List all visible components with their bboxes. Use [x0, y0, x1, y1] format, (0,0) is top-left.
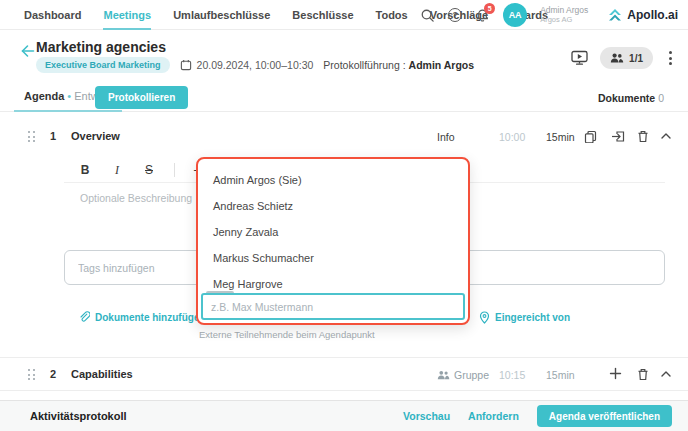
collapse-chevron-icon[interactable] [661, 133, 671, 139]
user-info[interactable]: Admin Argos Argos AG [540, 6, 588, 24]
nav-item-umlaufbeschluesse[interactable]: Umlaufbeschlüsse [173, 0, 270, 30]
meeting-meta: Executive Board Marketing 20.09.2024, 10… [36, 57, 474, 73]
meeting-datetime: 20.09.2024, 10:00–10:30 [180, 59, 314, 71]
item-number: 2 [50, 368, 56, 380]
notifications-bell-icon[interactable]: 5 [475, 8, 490, 23]
nav-item-todos[interactable]: Todos [376, 0, 408, 30]
collapse-chevron-icon[interactable] [661, 371, 671, 377]
protocol-name: Admin Argos [409, 59, 475, 71]
add-icon[interactable] [609, 367, 622, 380]
search-icon[interactable] [420, 8, 435, 23]
strikethrough-icon[interactable]: S [142, 163, 156, 177]
item-type[interactable]: Info [437, 131, 455, 143]
submitted-by-label: Eingereicht von [495, 312, 570, 323]
external-participant-input[interactable] [201, 293, 465, 320]
duplicate-icon[interactable] [584, 130, 597, 143]
documents-label: Dokumente [598, 92, 655, 104]
user-organization: Argos AG [540, 16, 588, 25]
footer-actions: Vorschau Anfordern Agenda veröffentliche… [403, 405, 672, 427]
participants-count: 1/1 [629, 53, 643, 64]
people-icon [610, 53, 624, 63]
agenda-item-1: 1 Overview Info 10:00 15min [0, 120, 688, 154]
external-participants-hint: Externe Teilnehmende beim Agendapunkt [199, 329, 375, 340]
topbar-actions: ? 5 AA Admin Argos Argos AG Apollo.ai [420, 0, 678, 30]
help-icon[interactable]: ? [448, 8, 462, 22]
item-duration[interactable]: 15min [546, 131, 575, 143]
item-title[interactable]: Overview [71, 130, 120, 142]
drag-handle-icon[interactable] [28, 369, 35, 380]
dropdown-option[interactable]: Markus Schumacher [198, 245, 468, 271]
paperclip-icon [78, 311, 90, 323]
tabs-row: Agenda•Entwurf Protokollieren Dokumente0 [0, 82, 688, 112]
toolbar-divider [174, 163, 175, 177]
tab-agenda-bullet: • [67, 90, 71, 102]
item-duration[interactable]: 15min [546, 369, 575, 381]
submitted-by-link[interactable]: Eingereicht von [479, 311, 570, 324]
header-actions: 1/1 [571, 47, 676, 69]
more-options-kebab-icon[interactable] [665, 49, 676, 67]
item-type-label: Gruppe [454, 369, 489, 381]
drag-handle-icon[interactable] [28, 131, 35, 142]
dropdown-option[interactable]: Andreas Schietz [198, 193, 468, 219]
italic-icon[interactable]: I [110, 163, 124, 178]
delete-icon[interactable] [637, 130, 649, 143]
publish-agenda-button[interactable]: Agenda veröffentlichen [537, 405, 672, 427]
dropdown-option[interactable]: Jenny Zavala [198, 219, 468, 245]
page-title: Marketing agencies [36, 39, 166, 55]
dropdown-option[interactable]: Admin Argos (Sie) [198, 167, 468, 193]
notification-count-badge: 5 [484, 3, 495, 14]
documents-counter[interactable]: Dokumente0 [598, 92, 664, 104]
back-arrow-icon[interactable] [20, 44, 35, 58]
documents-count: 0 [658, 92, 664, 104]
group-icon [437, 370, 450, 380]
participants-pill[interactable]: 1/1 [600, 47, 653, 69]
presentation-mode-icon[interactable] [571, 50, 588, 66]
item-start-time[interactable]: 10:00 [499, 131, 525, 143]
nav-item-beschluesse[interactable]: Beschlüsse [292, 0, 353, 30]
item-number: 1 [50, 130, 56, 142]
pin-icon [479, 311, 490, 324]
item-title[interactable]: Capabilities [71, 368, 133, 380]
board-badge[interactable]: Executive Board Marketing [36, 57, 170, 73]
protocol-lead: Protokollführung : Admin Argos [323, 59, 474, 71]
delete-icon[interactable] [637, 368, 649, 381]
calendar-icon [180, 59, 192, 71]
apollo-logo-text: Apollo.ai [627, 8, 678, 22]
meeting-datetime-text: 20.09.2024, 10:00–10:30 [197, 59, 314, 71]
activity-log-link[interactable]: Aktivitätsprotokoll [30, 410, 127, 422]
nav-item-meetings[interactable]: Meetings [103, 0, 151, 30]
avatar[interactable]: AA [503, 3, 527, 27]
protokollieren-button[interactable]: Protokollieren [95, 86, 188, 109]
item-type[interactable]: Gruppe [437, 369, 489, 381]
footer-bar: Aktivitätsprotokoll Vorschau Anfordern A… [0, 400, 688, 431]
apollo-logo-icon [607, 8, 623, 23]
participant-dropdown: Admin Argos (Sie) Andreas Schietz Jenny … [196, 157, 470, 325]
agenda-item-2: 2 Capabilities Gruppe 10:15 15min [0, 357, 688, 391]
bold-icon[interactable]: B [78, 163, 92, 177]
item-start-time[interactable]: 10:15 [499, 369, 525, 381]
preview-link[interactable]: Vorschau [403, 410, 450, 422]
protocol-label: Protokollführung : [323, 59, 405, 71]
move-to-icon[interactable] [611, 130, 625, 143]
tab-agenda-label: Agenda [24, 90, 64, 102]
apollo-logo: Apollo.ai [607, 8, 678, 23]
description-editor-placeholder[interactable]: Optionale Beschreibung [80, 192, 192, 204]
request-link[interactable]: Anfordern [468, 410, 519, 422]
nav-item-dashboard[interactable]: Dashboard [24, 0, 81, 30]
